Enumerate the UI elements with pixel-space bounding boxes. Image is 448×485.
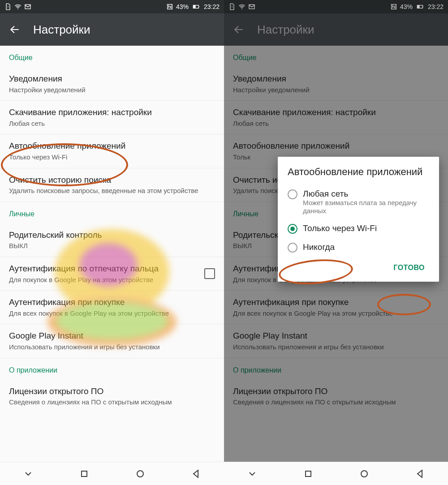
- sim-icon: !: [228, 3, 236, 10]
- settings-list[interactable]: Общие Уведомления Настройки уведомлений …: [0, 46, 224, 462]
- item-sub: Только через Wi-Fi: [9, 153, 215, 162]
- clock: 23:22: [204, 3, 220, 10]
- item-title: Скачивание приложения: настройки: [9, 107, 215, 118]
- wifi-icon: [238, 3, 246, 10]
- radio-icon[interactable]: [288, 189, 297, 199]
- section-personal: Личные: [0, 202, 224, 223]
- nav-recent-icon[interactable]: [79, 468, 90, 479]
- battery-icon: [191, 3, 201, 10]
- nav-back-icon[interactable]: [191, 468, 202, 479]
- item-title: Уведомления: [9, 73, 215, 85]
- item-sub: Удалить поисковые запросы, введенные на …: [9, 186, 215, 195]
- svg-rect-19: [422, 6, 423, 8]
- autoupdate-dialog: Автообновление приложений Любая сеть Мож…: [278, 157, 439, 282]
- battery-percent: 43%: [400, 3, 413, 10]
- nav-bar: [224, 462, 448, 485]
- sim-icon: !: [4, 3, 12, 10]
- item-title: Аутентификация при покупке: [9, 297, 215, 308]
- option-wifi-only[interactable]: Только через Wi-Fi: [288, 219, 429, 238]
- svg-rect-20: [306, 471, 311, 476]
- left-screenshot: ! 43% 23:22 Настройки Общие Уведомления …: [0, 0, 224, 485]
- item-title: Родительский контроль: [9, 230, 215, 241]
- item-title: Очистить историю поиска: [9, 175, 215, 186]
- item-sub: Использовать приложения и игры без устан…: [9, 343, 215, 352]
- section-about: О приложении: [0, 358, 224, 380]
- svg-text:!: !: [232, 5, 233, 9]
- nav-home-icon[interactable]: [135, 468, 146, 479]
- status-bar: ! 43% 23:22: [224, 0, 448, 13]
- nav-bar: [0, 462, 224, 485]
- svg-text:!: !: [8, 5, 9, 9]
- nfc-icon: [166, 3, 173, 10]
- option-any-network[interactable]: Любая сеть Может взиматься плата за пере…: [288, 185, 429, 219]
- nav-expand-icon[interactable]: [23, 468, 34, 479]
- item-sub: Сведения о лицензиях на ПО с открытым ис…: [9, 398, 215, 407]
- svg-rect-18: [417, 5, 419, 9]
- option-title: Любая сеть: [303, 189, 429, 199]
- item-instant[interactable]: Google Play Instant Использовать приложе…: [0, 324, 224, 358]
- item-title: Лицензии открытого ПО: [9, 386, 215, 397]
- item-download-pref[interactable]: Скачивание приложения: настройки Любая с…: [0, 101, 224, 134]
- item-notifications[interactable]: Уведомления Настройки уведомлений: [0, 67, 224, 101]
- radio-icon[interactable]: [288, 224, 297, 234]
- battery-percent: 43%: [176, 3, 189, 10]
- nfc-icon: [390, 3, 397, 10]
- item-sub: Для всех покупок в Google Play на этом у…: [9, 309, 215, 318]
- app-bar: Настройки: [0, 13, 224, 46]
- back-icon[interactable]: [9, 24, 21, 35]
- svg-rect-11: [82, 471, 87, 476]
- item-sub: Для покупок в Google Play на этом устрой…: [9, 275, 200, 284]
- option-title: Только через Wi-Fi: [303, 223, 429, 234]
- section-general: Общие: [0, 46, 224, 67]
- radio-icon[interactable]: [288, 243, 297, 253]
- option-title: Никогда: [303, 242, 429, 253]
- dialog-title: Автообновление приложений: [288, 166, 429, 178]
- page-title: Настройки: [257, 23, 314, 37]
- svg-point-5: [17, 9, 18, 9]
- item-clear-history[interactable]: Очистить историю поиска Удалить поисковы…: [0, 168, 224, 202]
- item-purchase-auth[interactable]: Аутентификация при покупке Для всех поку…: [0, 291, 224, 324]
- nav-expand-icon[interactable]: [247, 468, 258, 479]
- nav-home-icon[interactable]: [359, 468, 370, 479]
- item-licenses[interactable]: Лицензии открытого ПО Сведения о лицензи…: [0, 380, 224, 413]
- item-sub: ВЫКЛ: [9, 241, 215, 250]
- nav-back-icon[interactable]: [415, 468, 426, 479]
- item-title: Аутентификация по отпечатку пальца: [9, 263, 200, 275]
- done-button[interactable]: ГОТОВО: [389, 260, 429, 275]
- app-bar: Настройки: [224, 13, 448, 46]
- item-title: Google Play Instant: [9, 330, 215, 342]
- mail-icon: [248, 3, 255, 10]
- item-sub: Настройки уведомлений: [9, 86, 215, 94]
- nav-recent-icon[interactable]: [303, 468, 314, 479]
- fingerprint-checkbox[interactable]: [204, 268, 215, 279]
- svg-point-14: [241, 9, 242, 9]
- battery-icon: [415, 3, 425, 10]
- svg-rect-9: [193, 5, 195, 9]
- back-icon[interactable]: [233, 24, 245, 35]
- item-parental[interactable]: Родительский контроль ВЫКЛ: [0, 223, 224, 257]
- option-never[interactable]: Никогда: [288, 238, 429, 257]
- wifi-icon: [14, 3, 22, 10]
- status-bar: ! 43% 23:22: [0, 0, 224, 13]
- right-screenshot: ! 43% 23:22 Настройки Общие Уведомления …: [224, 0, 448, 485]
- item-title: Автообновление приложений: [9, 141, 215, 152]
- item-autoupdate[interactable]: Автообновление приложений Только через W…: [0, 134, 224, 168]
- item-fingerprint[interactable]: Аутентификация по отпечатку пальца Для п…: [0, 257, 224, 291]
- item-sub: Любая сеть: [9, 119, 215, 128]
- page-title: Настройки: [33, 23, 90, 37]
- mail-icon: [24, 3, 31, 10]
- option-sub: Может взиматься плата за передачу данных: [303, 199, 429, 215]
- svg-point-21: [361, 471, 367, 477]
- clock: 23:22: [428, 3, 444, 10]
- svg-rect-10: [198, 6, 199, 8]
- svg-point-12: [137, 471, 143, 477]
